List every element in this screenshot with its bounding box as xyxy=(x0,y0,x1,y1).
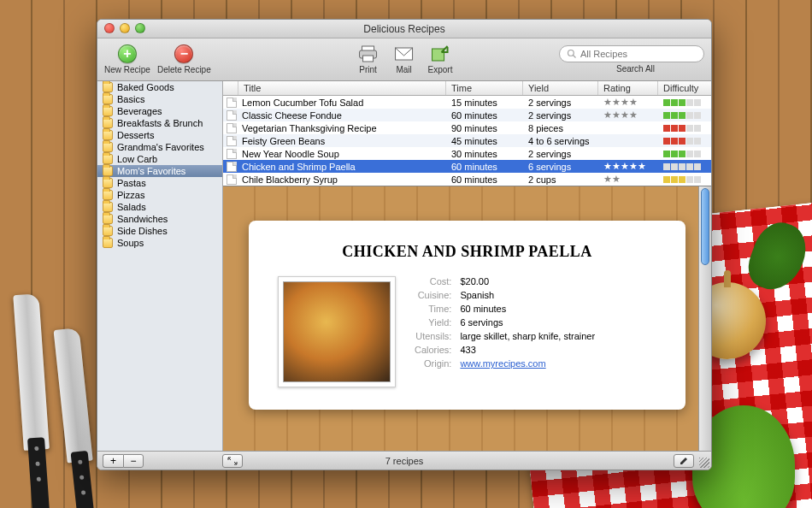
search-input[interactable] xyxy=(580,49,697,59)
cell-yield: 6 servings xyxy=(523,162,598,172)
edit-button[interactable] xyxy=(674,454,694,468)
header-rating[interactable]: Rating xyxy=(598,81,658,95)
sidebar-item[interactable]: Beverages xyxy=(97,105,222,117)
table-row[interactable]: Vegetarian Thanksgiving Recipe90 minutes… xyxy=(223,121,711,134)
sidebar-item[interactable]: Desserts xyxy=(97,129,222,141)
meta-value: 60 minutes xyxy=(460,304,595,314)
recipe-table[interactable]: Lemon Cucumber Tofu Salad15 minutes2 ser… xyxy=(223,96,711,186)
cell-title: Feisty Green Beans xyxy=(237,136,446,146)
close-button[interactable] xyxy=(104,23,115,33)
toolbar: + New Recipe − Delete Recipe Print Mail … xyxy=(97,38,711,81)
recipe-title: CHICKEN AND SHRIMP PAELLA xyxy=(278,243,656,261)
folder-icon xyxy=(103,202,113,212)
sidebar[interactable]: Baked GoodsBasicsBeveragesBreakfasts & B… xyxy=(97,81,223,451)
origin-link[interactable]: www.myrecipes.com xyxy=(460,358,545,369)
mail-button[interactable]: Mail xyxy=(392,44,416,74)
meta-value: Spanish xyxy=(460,290,595,300)
add-category-button[interactable]: + xyxy=(103,454,123,468)
export-label: Export xyxy=(428,65,453,74)
cell-difficulty xyxy=(658,112,711,119)
cell-time: 90 minutes xyxy=(446,123,523,133)
folder-icon xyxy=(103,82,113,92)
minimize-button[interactable] xyxy=(120,23,130,33)
expand-button[interactable] xyxy=(222,454,243,468)
header-yield[interactable]: Yield xyxy=(523,81,598,95)
cell-time: 30 minutes xyxy=(446,149,523,159)
sidebar-item-label: Basics xyxy=(117,94,144,104)
table-row[interactable]: Feisty Green Beans45 minutes4 to 6 servi… xyxy=(223,134,711,147)
sidebar-item[interactable]: Low Carb xyxy=(97,153,222,165)
header-time[interactable]: Time xyxy=(446,81,523,95)
folder-icon xyxy=(103,226,113,236)
cell-difficulty xyxy=(658,176,711,183)
sidebar-item[interactable]: Salads xyxy=(97,201,222,213)
delete-recipe-label: Delete Recipe xyxy=(157,65,211,74)
titlebar[interactable]: Delicious Recipes xyxy=(97,20,711,38)
meta-label: Utensils: xyxy=(415,331,451,341)
cell-difficulty xyxy=(658,151,711,157)
sidebar-item-label: Desserts xyxy=(117,130,154,140)
recipe-meta: Cost:$20.00Cuisine:SpanishTime:60 minute… xyxy=(415,276,595,387)
sidebar-item[interactable]: Pizzas xyxy=(97,189,222,201)
meta-value[interactable]: www.myrecipes.com xyxy=(460,358,595,369)
header-title[interactable]: Title xyxy=(238,81,446,95)
resize-grip[interactable] xyxy=(699,458,709,468)
document-icon xyxy=(227,123,237,133)
meta-label: Cuisine: xyxy=(415,290,451,300)
sidebar-item-label: Beverages xyxy=(117,106,162,116)
meta-label: Cost: xyxy=(415,276,451,286)
sidebar-item[interactable]: Side Dishes xyxy=(97,225,222,237)
table-row[interactable]: Chile Blackberry Syrup60 minutes2 cups★★ xyxy=(223,173,711,186)
folder-icon xyxy=(103,214,113,224)
sidebar-item[interactable]: Basics xyxy=(97,93,222,105)
table-row[interactable]: New Year Noodle Soup30 minutes2 servings xyxy=(223,147,711,160)
header-difficulty[interactable]: Difficulty xyxy=(658,81,711,95)
folder-icon xyxy=(103,106,113,116)
sidebar-item[interactable]: Mom's Favorites xyxy=(97,165,222,177)
cell-time: 15 minutes xyxy=(446,97,523,108)
print-button[interactable]: Print xyxy=(356,44,380,74)
search-field[interactable] xyxy=(559,45,704,62)
sidebar-item[interactable]: Pastas xyxy=(97,177,222,189)
scroll-thumb[interactable] xyxy=(701,188,709,265)
sidebar-item[interactable]: Sandwiches xyxy=(97,213,222,225)
recipe-photo xyxy=(278,276,396,387)
folder-icon xyxy=(103,166,113,176)
print-label: Print xyxy=(359,65,377,74)
search-scope-label: Search All xyxy=(616,64,655,74)
folder-icon xyxy=(103,190,113,200)
meta-label: Time: xyxy=(415,304,451,314)
new-recipe-button[interactable]: + New Recipe xyxy=(104,44,150,74)
zoom-button[interactable] xyxy=(135,23,145,33)
cell-rating: ★★★★ xyxy=(598,109,658,121)
sidebar-item-label: Breakfasts & Brunch xyxy=(117,118,203,128)
table-row[interactable]: Classic Cheese Fondue60 minutes2 serving… xyxy=(223,109,711,121)
document-icon xyxy=(227,162,237,172)
meta-value: $20.00 xyxy=(460,276,595,286)
remove-category-button[interactable]: − xyxy=(123,454,144,468)
recipe-detail-pane[interactable]: CHICKEN AND SHRIMP PAELLA Cost:$20.00Cui… xyxy=(223,186,711,451)
sidebar-item-label: Sandwiches xyxy=(117,214,168,224)
sidebar-item[interactable]: Soups xyxy=(97,237,222,249)
meta-value: 433 xyxy=(460,345,595,355)
cell-yield: 8 pieces xyxy=(523,123,598,133)
sidebar-item-label: Low Carb xyxy=(117,154,157,164)
cell-title: New Year Noodle Soup xyxy=(237,149,446,159)
recipe-card: CHICKEN AND SHRIMP PAELLA Cost:$20.00Cui… xyxy=(249,221,685,410)
export-icon xyxy=(428,44,452,63)
cell-yield: 4 to 6 servings xyxy=(523,136,598,146)
sidebar-item[interactable]: Grandma's Favorites xyxy=(97,141,222,153)
folder-icon xyxy=(103,130,113,140)
table-row[interactable]: Chicken and Shrimp Paella60 minutes6 ser… xyxy=(223,160,711,173)
cell-difficulty xyxy=(658,163,711,170)
export-button[interactable]: Export xyxy=(428,44,453,74)
sidebar-item[interactable]: Breakfasts & Brunch xyxy=(97,117,222,129)
sidebar-item-label: Side Dishes xyxy=(117,226,168,236)
meta-label: Origin: xyxy=(415,358,451,369)
table-row[interactable]: Lemon Cucumber Tofu Salad15 minutes2 ser… xyxy=(223,96,711,109)
sidebar-item[interactable]: Baked Goods xyxy=(97,81,222,93)
vertical-scrollbar[interactable] xyxy=(698,186,711,451)
delete-recipe-button[interactable]: − Delete Recipe xyxy=(157,44,211,74)
cell-yield: 2 cups xyxy=(523,174,598,185)
document-icon xyxy=(227,110,237,121)
